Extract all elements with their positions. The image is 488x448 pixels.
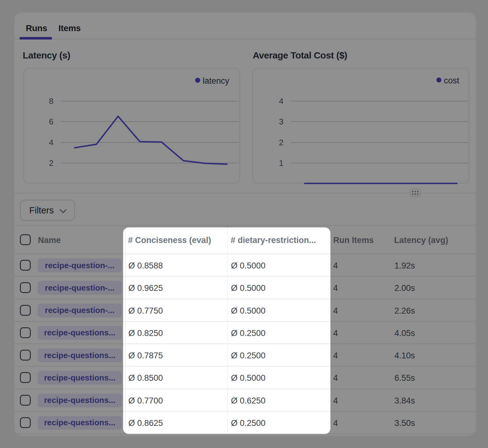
y-tick: 4	[267, 96, 283, 106]
row-checkbox[interactable]	[20, 260, 31, 271]
dietary-value: Ø 0.5000	[231, 306, 265, 316]
dietary-value: Ø 0.5000	[231, 261, 265, 271]
dietary-value: Ø 0.5000	[231, 283, 265, 293]
run-items-value: 4	[333, 283, 338, 293]
y-tick: 3	[267, 117, 283, 127]
cost-chart	[252, 68, 469, 184]
dietary-value: Ø 0.5000	[231, 373, 265, 383]
dietary-value: Ø 0.2500	[231, 351, 265, 361]
gridline	[61, 142, 239, 143]
table-row[interactable]: recipe-question-... Ø 0.7750 Ø 0.5000 4 …	[14, 299, 476, 322]
run-name: recipe-questions...	[44, 328, 116, 338]
conciseness-value: Ø 0.8625	[128, 418, 163, 428]
y-tick: 8	[37, 96, 53, 106]
y-tick: 6	[37, 117, 53, 127]
table-row[interactable]: recipe-question-... Ø 0.8588 Ø 0.5000 4 …	[14, 254, 476, 277]
run-items-value: 4	[333, 261, 338, 271]
conciseness-value: Ø 0.7875	[128, 351, 163, 361]
conciseness-value: Ø 0.7700	[128, 396, 163, 406]
y-tick: 4	[37, 138, 53, 147]
gridline	[61, 121, 239, 122]
table-row[interactable]: recipe-questions... Ø 0.7700 Ø 0.6250 4 …	[14, 389, 476, 412]
run-items-value: 4	[333, 396, 338, 406]
table-header-row: Name # Conciseness (eval) # dietary-rest…	[14, 226, 476, 254]
tabbar-divider	[14, 39, 476, 40]
run-name-badge[interactable]: recipe-questions...	[38, 348, 122, 362]
dietary-value: Ø 0.2500	[231, 418, 265, 428]
latency-value: 1.92s	[394, 261, 415, 271]
select-all-checkbox[interactable]	[20, 234, 31, 245]
run-name: recipe-questions...	[44, 395, 116, 405]
tab-runs[interactable]: Runs	[26, 23, 47, 34]
row-checkbox[interactable]	[20, 350, 31, 361]
cost-legend-dot	[436, 77, 441, 82]
conciseness-value: Ø 0.8500	[128, 373, 163, 383]
latency-value: 3.50s	[394, 418, 415, 428]
gridline	[291, 121, 469, 122]
latency-value: 4.10s	[394, 351, 415, 361]
column-header-dietary[interactable]: # dietary-restriction...	[231, 235, 316, 245]
conciseness-value: Ø 0.9625	[128, 283, 163, 293]
column-header-run-items[interactable]: Run Items	[333, 235, 374, 245]
column-header-conciseness[interactable]: # Conciseness (eval)	[128, 235, 211, 245]
column-header-latency[interactable]: Latency (avg)	[394, 235, 448, 245]
chevron-down-icon	[57, 205, 69, 217]
conciseness-value: Ø 0.8588	[128, 261, 163, 271]
row-checkbox[interactable]	[20, 417, 31, 428]
gridline	[61, 163, 239, 163]
run-items-value: 4	[333, 328, 338, 338]
active-tab-underline	[20, 37, 52, 40]
run-name-badge[interactable]: recipe-question-...	[38, 259, 122, 272]
gridline	[61, 101, 239, 101]
row-checkbox[interactable]	[20, 327, 31, 338]
row-checkbox[interactable]	[20, 395, 31, 406]
dietary-value: Ø 0.6250	[231, 396, 265, 406]
run-items-value: 4	[333, 418, 338, 428]
gridline	[291, 142, 469, 143]
y-tick: 2	[267, 138, 283, 147]
table-row[interactable]: recipe-question-... Ø 0.9625 Ø 0.5000 4 …	[14, 277, 476, 299]
section-divider	[14, 193, 476, 194]
latency-value: 3.84s	[394, 396, 415, 406]
column-header-name[interactable]: Name	[38, 235, 61, 245]
cost-chart-title: Average Total Cost ($)	[253, 50, 347, 61]
filters-button-label: Filters	[29, 205, 54, 216]
dietary-value: Ø 0.2500	[231, 328, 265, 338]
y-tick: 1	[267, 158, 283, 168]
gridline	[291, 101, 469, 101]
table-row[interactable]: recipe-questions... Ø 0.8250 Ø 0.2500 4 …	[14, 322, 476, 344]
gridline	[291, 163, 469, 163]
cost-legend-label: cost	[444, 76, 459, 86]
run-name: recipe-question-...	[45, 306, 115, 315]
run-name: recipe-questions...	[44, 418, 116, 427]
table-row[interactable]: recipe-questions... Ø 0.8625 Ø 0.2500 4 …	[14, 412, 476, 434]
run-name-badge[interactable]: recipe-question-...	[38, 304, 122, 317]
row-checkbox[interactable]	[20, 305, 31, 316]
run-items-value: 4	[333, 306, 338, 316]
row-checkbox[interactable]	[20, 282, 31, 293]
drag-handle-icon	[412, 191, 418, 195]
y-tick: 2	[37, 158, 53, 168]
latency-value: 6.55s	[394, 373, 415, 383]
table-row[interactable]: recipe-questions... Ø 0.8500 Ø 0.5000 4 …	[14, 366, 476, 389]
conciseness-value: Ø 0.7750	[128, 306, 163, 316]
run-name-badge[interactable]: recipe-question-...	[38, 281, 122, 295]
run-name-badge[interactable]: recipe-questions...	[38, 371, 122, 385]
run-name-badge[interactable]: recipe-questions...	[38, 416, 122, 430]
run-name-badge[interactable]: recipe-questions...	[38, 326, 122, 340]
latency-chart-title: Latency (s)	[23, 50, 70, 61]
run-name: recipe-questions...	[44, 351, 116, 360]
tab-items[interactable]: Items	[58, 23, 81, 34]
conciseness-value: Ø 0.8250	[128, 328, 163, 338]
row-checkbox[interactable]	[20, 372, 31, 383]
latency-value: 4.05s	[394, 328, 415, 338]
run-name: recipe-question-...	[45, 283, 115, 293]
run-name-badge[interactable]: recipe-questions...	[38, 394, 122, 407]
latency-value: 2.26s	[394, 306, 415, 316]
run-items-value: 4	[333, 351, 338, 361]
run-items-value: 4	[333, 373, 338, 383]
latency-value: 2.00s	[394, 283, 415, 293]
run-name: recipe-questions...	[44, 373, 116, 383]
table-row[interactable]: recipe-questions... Ø 0.7875 Ø 0.2500 4 …	[14, 344, 476, 366]
drag-handle[interactable]	[410, 189, 421, 197]
